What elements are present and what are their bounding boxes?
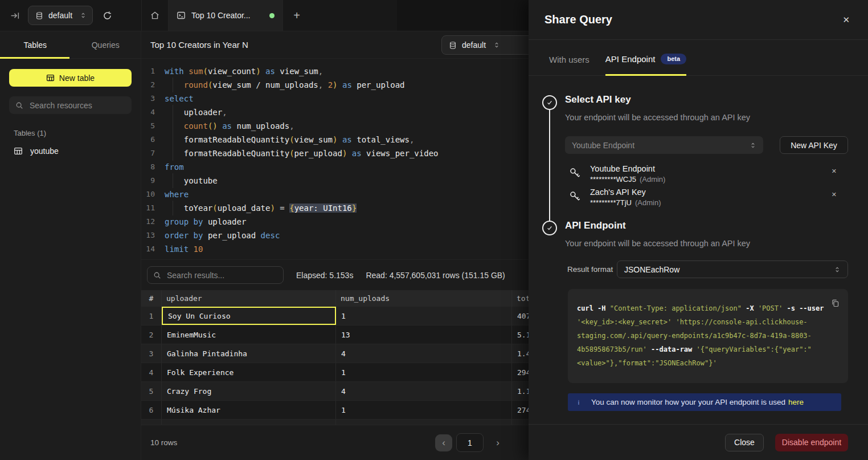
curl-command: curl -H "Content-Type: application/json"… (577, 302, 829, 370)
cell-num_uploads[interactable]: 4 (336, 382, 512, 400)
results-search (147, 266, 284, 284)
cell-uploader[interactable]: Galinha Pintadinha (162, 344, 336, 363)
tab-api-endpoint[interactable]: API Endpoint beta (605, 54, 686, 75)
disable-endpoint-button[interactable]: Disable endpoint (775, 434, 848, 451)
collapse-sidebar-icon[interactable] (10, 11, 20, 21)
chevron-updown-icon (750, 142, 756, 149)
cell-total_views[interactable]: 5.1 (512, 325, 529, 344)
home-button[interactable] (141, 0, 169, 31)
new-table-label: New table (59, 74, 95, 83)
pagination: ‹ 1 › (435, 433, 503, 452)
chevron-updown-icon (80, 12, 87, 19)
cell-total_views[interactable]: 294 (512, 363, 529, 381)
line-number: 5 (141, 119, 155, 133)
tab-with-users-label: With users (549, 55, 589, 64)
curl-line: '<key_id>:<key_secret>' 'https://console… (577, 315, 829, 329)
curl-line: curl -H "Content-Type: application/json"… (577, 302, 829, 315)
line-number: 11 (141, 201, 155, 215)
cell-uploader[interactable]: Músika Azhar (162, 401, 336, 419)
column-header-total_views[interactable]: total_views (512, 290, 529, 307)
share-panel-header: Share Query ✕ (529, 0, 868, 40)
copy-icon[interactable] (830, 298, 841, 308)
refresh-icon[interactable] (103, 11, 112, 21)
results-toolbar: Elapsed: 5.153s Read: 4,557,605,031 rows… (141, 259, 529, 290)
column-header-num_uploads[interactable]: num_uploads (336, 290, 512, 307)
prev-page-button[interactable]: ‹ (435, 434, 452, 451)
line-number: 4 (141, 105, 155, 119)
search-results-input[interactable] (166, 270, 277, 280)
chevron-updown-icon (493, 42, 500, 48)
code-text: youtube (165, 174, 218, 188)
column-header-uploader[interactable]: uploader (162, 290, 336, 307)
cell-num_uploads[interactable]: 13 (336, 325, 512, 344)
close-icon[interactable]: ✕ (840, 13, 852, 27)
cell-num_uploads[interactable]: 1 (336, 307, 512, 325)
current-page[interactable]: 1 (456, 433, 484, 452)
sidebar-item-youtube[interactable]: youtube (0, 144, 141, 158)
code-text: with sum(view_count) as view_sum, (165, 64, 323, 78)
tab-queries[interactable]: Queries (71, 31, 141, 58)
results-table-body: 1Soy Un Curioso14072EminemMusic135.13Gal… (141, 307, 529, 425)
results-table-head: #uploadernum_uploadstotal_views (141, 290, 529, 307)
code-text: formatReadableQuantity(per_upload) as vi… (165, 146, 439, 160)
table-row: 6Músika Azhar1274 (141, 401, 529, 420)
cell-num_uploads[interactable]: 1 (336, 363, 512, 381)
result-format-label: Result format (567, 265, 615, 274)
line-number: 7 (141, 146, 155, 160)
row-number[interactable]: 1 (141, 307, 162, 325)
tables-group-label: Tables (1) (14, 129, 141, 137)
cell-num_uploads[interactable]: 1 (336, 401, 512, 419)
column-header-index[interactable]: # (141, 290, 162, 307)
cell-total_views[interactable]: 407 (512, 307, 529, 325)
query-tab[interactable]: Top 10 Creator... (169, 0, 283, 31)
search-resources-input[interactable] (28, 100, 125, 111)
elapsed-stat: Elapsed: 5.153s (296, 271, 353, 280)
table-row: 5Crazy Frog41.1 (141, 382, 529, 401)
close-button[interactable]: Close (725, 434, 764, 451)
cell-total_views[interactable]: 1.4 (512, 344, 529, 363)
row-number[interactable]: 4 (141, 363, 162, 381)
code-line: 7 formatReadableQuantity(per_upload) as … (141, 146, 529, 160)
result-format-select[interactable]: JSONEachRow (617, 260, 848, 278)
remove-key-icon[interactable]: ✕ (828, 167, 840, 176)
code-line: 13order by per_upload desc (141, 229, 529, 242)
row-number[interactable]: 3 (141, 344, 162, 363)
cell-num_uploads[interactable]: 4 (336, 344, 512, 363)
code-line: 2 round(view_sum / num_uploads, 2) as pe… (141, 78, 529, 92)
api-key-row: Youtube Endpoint *********WCJ5(Admin) ✕ (569, 164, 848, 186)
query-database-selector[interactable]: default (441, 35, 529, 55)
indent-guide (173, 201, 173, 215)
code-line: 5 count() as num_uploads, (141, 119, 529, 133)
code-line: 8from (141, 160, 529, 174)
tab-with-users[interactable]: With users (549, 55, 589, 75)
api-key-select[interactable]: Youtube Endpoint (565, 136, 763, 154)
new-tab-button[interactable]: + (283, 0, 310, 31)
remove-key-icon[interactable]: ✕ (828, 190, 840, 199)
cell-uploader[interactable]: EminemMusic (162, 325, 336, 344)
cell-total_views[interactable]: 274 (512, 401, 529, 419)
sql-editor[interactable]: 1with sum(view_count) as view_sum,2 roun… (141, 59, 529, 259)
code-line: 3select (141, 92, 529, 105)
code-text: count() as num_uploads, (165, 119, 294, 133)
next-page-button[interactable]: › (492, 437, 503, 449)
key-role: (Admin) (635, 198, 661, 207)
cell-uploader[interactable]: Soy Un Curioso (162, 307, 336, 325)
new-table-button[interactable]: New table (9, 69, 132, 87)
row-number[interactable]: 5 (141, 382, 162, 400)
row-number[interactable]: 2 (141, 325, 162, 344)
cell-total_views[interactable]: 1.1 (512, 382, 529, 400)
terminal-icon (177, 11, 186, 20)
tab-tables[interactable]: Tables (0, 31, 71, 58)
row-number[interactable]: 6 (141, 401, 162, 419)
cell-uploader[interactable]: Crazy Frog (162, 382, 336, 400)
new-api-key-button[interactable]: New API Key (780, 136, 848, 154)
cell-uploader[interactable]: Folk Experience (162, 363, 336, 381)
key-icon (569, 190, 581, 202)
workspace: Tables Queries New table Tables (1) (0, 31, 529, 460)
key-info: Zach's API Key *********7TjU(Admin) (590, 188, 661, 207)
row-count: 10 rows (150, 438, 177, 447)
database-selector[interactable]: default (28, 6, 93, 25)
line-number: 9 (141, 174, 155, 188)
line-number: 1 (141, 64, 155, 78)
banner-link[interactable]: here (788, 398, 804, 406)
